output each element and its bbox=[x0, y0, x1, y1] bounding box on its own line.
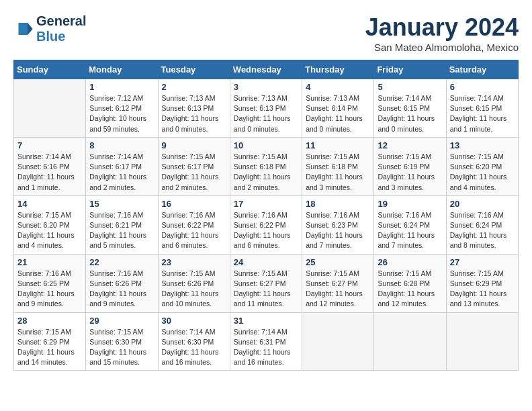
day-number: 11 bbox=[306, 140, 370, 150]
day-number: 7 bbox=[17, 140, 82, 150]
day-info: Sunrise: 7:14 AMSunset: 6:30 PMDaylight:… bbox=[162, 327, 226, 368]
day-number: 2 bbox=[162, 82, 226, 92]
day-info: Sunrise: 7:16 AMSunset: 6:24 PMDaylight:… bbox=[378, 210, 442, 251]
day-number: 17 bbox=[234, 199, 298, 209]
day-info: Sunrise: 7:12 AMSunset: 6:12 PMDaylight:… bbox=[89, 93, 154, 134]
day-number: 19 bbox=[378, 199, 442, 209]
weekday-header: Thursday bbox=[302, 60, 374, 79]
day-info: Sunrise: 7:15 AMSunset: 6:28 PMDaylight:… bbox=[378, 269, 442, 310]
day-info: Sunrise: 7:15 AMSunset: 6:20 PMDaylight:… bbox=[17, 210, 82, 251]
calendar-cell: 20Sunrise: 7:16 AMSunset: 6:24 PMDayligh… bbox=[446, 195, 518, 254]
day-info: Sunrise: 7:16 AMSunset: 6:24 PMDaylight:… bbox=[450, 210, 515, 251]
day-info: Sunrise: 7:14 AMSunset: 6:15 PMDaylight:… bbox=[378, 93, 442, 134]
day-info: Sunrise: 7:14 AMSunset: 6:31 PMDaylight:… bbox=[234, 327, 298, 368]
day-number: 5 bbox=[378, 82, 442, 92]
day-number: 21 bbox=[17, 257, 82, 267]
calendar-cell: 30Sunrise: 7:14 AMSunset: 6:30 PMDayligh… bbox=[158, 312, 230, 371]
calendar-cell bbox=[446, 312, 518, 371]
calendar-week-row: 14Sunrise: 7:15 AMSunset: 6:20 PMDayligh… bbox=[14, 195, 519, 254]
calendar-cell: 11Sunrise: 7:15 AMSunset: 6:18 PMDayligh… bbox=[302, 137, 374, 195]
day-info: Sunrise: 7:15 AMSunset: 6:26 PMDaylight:… bbox=[162, 269, 226, 310]
day-number: 12 bbox=[378, 140, 442, 150]
day-info: Sunrise: 7:15 AMSunset: 6:20 PMDaylight:… bbox=[450, 152, 515, 193]
calendar-cell: 26Sunrise: 7:15 AMSunset: 6:28 PMDayligh… bbox=[374, 254, 446, 312]
day-info: Sunrise: 7:15 AMSunset: 6:27 PMDaylight:… bbox=[306, 269, 370, 310]
calendar-cell: 18Sunrise: 7:16 AMSunset: 6:23 PMDayligh… bbox=[302, 195, 374, 254]
calendar-cell: 10Sunrise: 7:15 AMSunset: 6:18 PMDayligh… bbox=[230, 137, 302, 195]
logo-text-general: General bbox=[36, 13, 86, 29]
calendar-cell: 21Sunrise: 7:16 AMSunset: 6:25 PMDayligh… bbox=[14, 254, 86, 312]
calendar-cell: 7Sunrise: 7:14 AMSunset: 6:16 PMDaylight… bbox=[14, 137, 86, 195]
day-info: Sunrise: 7:14 AMSunset: 6:17 PMDaylight:… bbox=[89, 152, 154, 193]
calendar-cell: 3Sunrise: 7:13 AMSunset: 6:13 PMDaylight… bbox=[230, 79, 302, 138]
day-number: 20 bbox=[450, 199, 515, 209]
calendar-cell: 31Sunrise: 7:14 AMSunset: 6:31 PMDayligh… bbox=[230, 312, 302, 371]
day-info: Sunrise: 7:15 AMSunset: 6:18 PMDaylight:… bbox=[306, 152, 370, 193]
calendar-cell: 28Sunrise: 7:15 AMSunset: 6:29 PMDayligh… bbox=[14, 312, 86, 371]
calendar-cell: 23Sunrise: 7:15 AMSunset: 6:26 PMDayligh… bbox=[158, 254, 230, 312]
day-number: 6 bbox=[450, 82, 515, 92]
day-info: Sunrise: 7:14 AMSunset: 6:15 PMDaylight:… bbox=[450, 93, 515, 134]
logo: General Blue bbox=[13, 13, 86, 44]
calendar-cell: 25Sunrise: 7:15 AMSunset: 6:27 PMDayligh… bbox=[302, 254, 374, 312]
day-info: Sunrise: 7:15 AMSunset: 6:29 PMDaylight:… bbox=[17, 327, 82, 368]
weekday-header: Wednesday bbox=[230, 60, 302, 79]
day-info: Sunrise: 7:16 AMSunset: 6:23 PMDaylight:… bbox=[306, 210, 370, 251]
day-number: 9 bbox=[162, 140, 226, 150]
weekday-header: Monday bbox=[86, 60, 158, 79]
weekday-header: Sunday bbox=[14, 60, 86, 79]
day-number: 31 bbox=[234, 316, 298, 326]
day-number: 22 bbox=[89, 257, 154, 267]
day-info: Sunrise: 7:16 AMSunset: 6:22 PMDaylight:… bbox=[234, 210, 298, 251]
calendar-cell: 1Sunrise: 7:12 AMSunset: 6:12 PMDaylight… bbox=[86, 79, 158, 138]
day-number: 25 bbox=[306, 257, 370, 267]
day-number: 23 bbox=[162, 257, 226, 267]
day-number: 26 bbox=[378, 257, 442, 267]
day-number: 15 bbox=[89, 199, 154, 209]
calendar-week-row: 1Sunrise: 7:12 AMSunset: 6:12 PMDaylight… bbox=[14, 79, 519, 138]
calendar-table: SundayMondayTuesdayWednesdayThursdayFrid… bbox=[13, 60, 519, 371]
day-number: 3 bbox=[234, 82, 298, 92]
day-info: Sunrise: 7:14 AMSunset: 6:16 PMDaylight:… bbox=[17, 152, 82, 193]
calendar-cell: 13Sunrise: 7:15 AMSunset: 6:20 PMDayligh… bbox=[446, 137, 518, 195]
page-header: General Blue January 2024 San Mateo Almo… bbox=[13, 13, 519, 53]
calendar-cell bbox=[374, 312, 446, 371]
calendar-cell bbox=[14, 79, 86, 138]
day-info: Sunrise: 7:15 AMSunset: 6:19 PMDaylight:… bbox=[378, 152, 442, 193]
weekday-header: Saturday bbox=[446, 60, 518, 79]
logo-icon bbox=[13, 19, 34, 39]
day-number: 8 bbox=[89, 140, 154, 150]
calendar-cell: 15Sunrise: 7:16 AMSunset: 6:21 PMDayligh… bbox=[86, 195, 158, 254]
day-info: Sunrise: 7:13 AMSunset: 6:13 PMDaylight:… bbox=[234, 93, 298, 134]
day-info: Sunrise: 7:13 AMSunset: 6:14 PMDaylight:… bbox=[306, 93, 370, 134]
day-info: Sunrise: 7:15 AMSunset: 6:18 PMDaylight:… bbox=[234, 152, 298, 193]
day-number: 14 bbox=[17, 199, 82, 209]
calendar-cell: 12Sunrise: 7:15 AMSunset: 6:19 PMDayligh… bbox=[374, 137, 446, 195]
day-info: Sunrise: 7:16 AMSunset: 6:22 PMDaylight:… bbox=[162, 210, 226, 251]
day-number: 30 bbox=[162, 316, 226, 326]
day-info: Sunrise: 7:16 AMSunset: 6:26 PMDaylight:… bbox=[89, 269, 154, 310]
svg-marker-1 bbox=[28, 23, 33, 35]
logo-text-blue: Blue bbox=[36, 29, 86, 44]
calendar-week-row: 28Sunrise: 7:15 AMSunset: 6:29 PMDayligh… bbox=[14, 312, 519, 371]
weekday-header: Friday bbox=[374, 60, 446, 79]
day-number: 1 bbox=[89, 82, 154, 92]
calendar-cell: 29Sunrise: 7:15 AMSunset: 6:30 PMDayligh… bbox=[86, 312, 158, 371]
day-number: 16 bbox=[162, 199, 226, 209]
day-info: Sunrise: 7:13 AMSunset: 6:13 PMDaylight:… bbox=[162, 93, 226, 134]
calendar-cell: 4Sunrise: 7:13 AMSunset: 6:14 PMDaylight… bbox=[302, 79, 374, 138]
weekday-header-row: SundayMondayTuesdayWednesdayThursdayFrid… bbox=[14, 60, 519, 79]
calendar-cell: 27Sunrise: 7:15 AMSunset: 6:29 PMDayligh… bbox=[446, 254, 518, 312]
calendar-cell: 14Sunrise: 7:15 AMSunset: 6:20 PMDayligh… bbox=[14, 195, 86, 254]
day-number: 10 bbox=[234, 140, 298, 150]
day-number: 4 bbox=[306, 82, 370, 92]
day-number: 18 bbox=[306, 199, 370, 209]
day-info: Sunrise: 7:16 AMSunset: 6:25 PMDaylight:… bbox=[17, 269, 82, 310]
calendar-week-row: 21Sunrise: 7:16 AMSunset: 6:25 PMDayligh… bbox=[14, 254, 519, 312]
calendar-cell: 9Sunrise: 7:15 AMSunset: 6:17 PMDaylight… bbox=[158, 137, 230, 195]
calendar-cell: 8Sunrise: 7:14 AMSunset: 6:17 PMDaylight… bbox=[86, 137, 158, 195]
calendar-week-row: 7Sunrise: 7:14 AMSunset: 6:16 PMDaylight… bbox=[14, 137, 519, 195]
calendar-cell: 22Sunrise: 7:16 AMSunset: 6:26 PMDayligh… bbox=[86, 254, 158, 312]
calendar-cell: 16Sunrise: 7:16 AMSunset: 6:22 PMDayligh… bbox=[158, 195, 230, 254]
calendar-cell: 17Sunrise: 7:16 AMSunset: 6:22 PMDayligh… bbox=[230, 195, 302, 254]
